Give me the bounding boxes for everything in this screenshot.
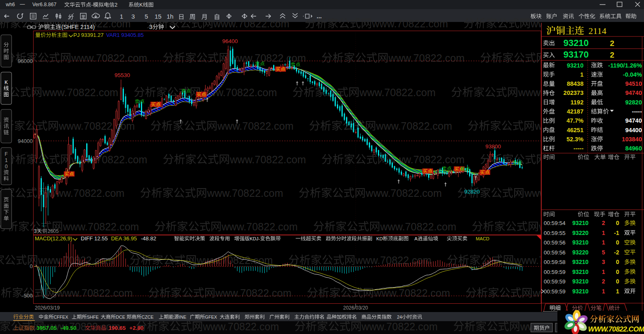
svg-text:2026/03/19: 2026/03/19 (35, 305, 60, 311)
svg-text:93210: 93210 (572, 288, 588, 295)
svg-text:0: 0 (616, 259, 619, 265)
svg-text:www.70822.com: www.70822.com (58, 120, 135, 132)
svg-text:—: — (20, 1, 25, 7)
svg-text:www.70822.com: www.70822.com (372, 18, 448, 29)
svg-text:93210: 93210 (572, 269, 588, 275)
svg-text:3: 3 (602, 259, 605, 265)
svg-text:93210: 93210 (572, 239, 588, 246)
svg-text:CFFEX: CFFEX (54, 315, 68, 319)
svg-text:202373: 202373 (564, 90, 583, 96)
svg-text:www.70822.com: www.70822.com (48, 187, 124, 199)
svg-text:1: 1 (602, 239, 605, 246)
svg-text:93210: 93210 (572, 259, 588, 265)
svg-text:-48.82: -48.82 (141, 235, 156, 242)
svg-text:DEA 36.95: DEA 36.95 (111, 235, 137, 242)
svg-text:MACD(12,26,9): MACD(12,26,9) (35, 235, 72, 242)
svg-text:96000: 96000 (18, 58, 33, 64)
svg-text:0: 0 (616, 269, 619, 275)
svg-text:GFEX: GFEX (205, 315, 217, 319)
svg-text:3957.05: 3957.05 (36, 325, 57, 331)
svg-text:wh6: wh6 (5, 2, 15, 7)
svg-text:0: 0 (30, 263, 33, 269)
svg-text:95530: 95530 (114, 72, 130, 78)
svg-text:K: K (5, 80, 8, 85)
svg-text:93220: 93220 (572, 230, 588, 236)
svg-text:5: 5 (602, 249, 605, 256)
svg-text:00:59:56: 00:59:56 (544, 240, 566, 246)
svg-text:96400: 96400 (222, 38, 238, 44)
svg-text:www.70822.com: www.70822.com (230, 52, 306, 64)
svg-text:47.7%: 47.7% (567, 117, 583, 124)
svg-text:www.70822.com: www.70822.com (355, 254, 431, 266)
svg-text:...: ... (317, 12, 322, 19)
svg-text:0: 0 (616, 220, 619, 226)
svg-text:1: 1 (5, 157, 8, 163)
svg-text:1h: 1h (167, 13, 174, 20)
svg-text:92820: 92820 (625, 99, 642, 106)
svg-text:1: 1 (602, 269, 605, 275)
svg-text:www.70822.com: www.70822.com (56, 287, 133, 299)
svg-text:15: 15 (155, 13, 162, 20)
svg-text:3: 3 (131, 13, 135, 20)
svg-text:2114: 2114 (588, 26, 606, 36)
svg-text:00:59:58: 00:59:58 (544, 259, 566, 265)
svg-text:42187: 42187 (567, 108, 583, 115)
svg-text:www.70822.com: www.70822.com (230, 154, 306, 165)
svg-text:88438: 88438 (567, 80, 583, 87)
svg-text:94510: 94510 (625, 80, 642, 87)
svg-text:94740: 94740 (625, 90, 642, 96)
svg-text:www.70822.com: www.70822.com (215, 287, 291, 299)
svg-text:92820: 92820 (464, 189, 480, 195)
svg-text:1: 1 (120, 13, 123, 20)
svg-text:2: 2 (602, 278, 605, 285)
svg-text:93210: 93210 (567, 62, 583, 69)
svg-text:94000: 94000 (18, 138, 33, 144)
svg-text:www.70822.com: www.70822.com (376, 120, 452, 132)
svg-text:-1190/1.26%: -1190/1.26% (608, 62, 642, 69)
svg-text:F: F (5, 151, 7, 157)
svg-text:1192: 1192 (571, 99, 583, 106)
svg-text:00:59:54: 00:59:54 (544, 220, 566, 226)
svg-text:www.70822.com: www.70822.com (366, 187, 442, 199)
svg-text:+2.80: +2.80 (129, 325, 143, 331)
svg-text:93800: 93800 (485, 143, 501, 150)
svg-text:00:59:59: 00:59:59 (544, 288, 566, 295)
svg-text:24: 24 (397, 315, 402, 319)
svg-text:00:59:56: 00:59:56 (544, 249, 566, 256)
svg-text:www.70822.com: www.70822.com (359, 87, 436, 98)
svg-text:93210: 93210 (572, 278, 588, 285)
svg-text:www.70822.com: www.70822.com (63, 221, 139, 232)
svg-text:www.70822.com: www.70822.com (380, 221, 456, 232)
svg-text:93210: 93210 (572, 220, 588, 226)
svg-text:2: 2 (610, 39, 615, 48)
svg-text:00:59:59: 00:59:59 (544, 278, 566, 285)
svg-text:2: 2 (114, 2, 117, 8)
svg-text:52.3%: 52.3% (567, 136, 583, 143)
svg-text:A: A (414, 236, 418, 241)
svg-text:3: 3 (149, 24, 153, 30)
svg-text:-: - (91, 2, 93, 8)
svg-text:KD: KD (376, 236, 383, 241)
svg-text:Ver6.8.867: Ver6.8.867 (32, 2, 56, 7)
svg-text:K: K (139, 2, 143, 8)
svg-text:-49.50: -49.50 (61, 325, 76, 331)
svg-text:0: 0 (616, 239, 619, 246)
svg-text:-2: -2 (614, 249, 620, 256)
svg-text:00:59:55: 00:59:55 (544, 230, 566, 236)
svg-text:www.70822.com: www.70822.com (217, 120, 293, 132)
svg-text:DIFF 12.55: DIFF 12.55 (81, 235, 108, 242)
svg-text:103840: 103840 (622, 136, 642, 143)
svg-text:46251: 46251 (567, 127, 583, 133)
svg-text:www.70822.com: www.70822.com (42, 87, 118, 98)
svg-text:94740: 94740 (625, 117, 642, 124)
svg-text:2: 2 (602, 220, 605, 226)
svg-text:93170: 93170 (563, 49, 588, 60)
svg-text:1: 1 (580, 71, 583, 78)
svg-text:www.70822.com: www.70822.com (388, 52, 465, 64)
svg-text:1: 1 (602, 288, 605, 295)
svg-text:VAR1 93405.85: VAR1 93405.85 (106, 32, 144, 38)
svg-text:(SHFE 2114): (SHFE 2114) (61, 24, 95, 30)
svg-text:94400: 94400 (625, 127, 642, 133)
svg-text:www.70822.com: www.70822.com (207, 187, 283, 199)
svg-text:SHFE: SHFE (87, 315, 99, 319)
